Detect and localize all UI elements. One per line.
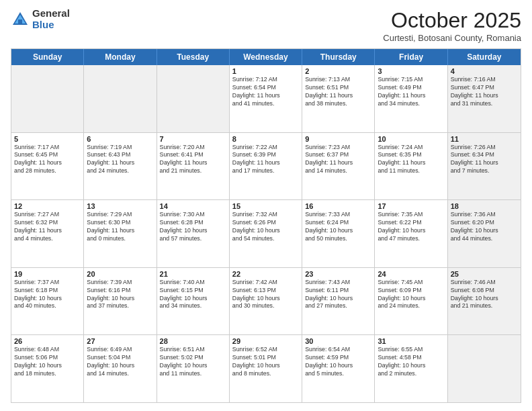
header-day-friday: Friday [375,49,447,65]
cell-info: Sunrise: 7:36 AM Sunset: 6:20 PM Dayligh… [451,211,518,243]
cell-info: Sunrise: 7:19 AM Sunset: 6:43 PM Dayligh… [87,144,153,176]
cell-info: Sunrise: 7:20 AM Sunset: 6:41 PM Dayligh… [160,144,226,176]
logo-general-text: General [32,8,70,19]
cell-info: Sunrise: 7:39 AM Sunset: 6:16 PM Dayligh… [87,279,153,311]
cell-info: Sunrise: 7:46 AM Sunset: 6:08 PM Dayligh… [451,279,518,311]
calendar-cell: 16Sunrise: 7:33 AM Sunset: 6:24 PM Dayli… [302,200,375,267]
cell-info: Sunrise: 7:13 AM Sunset: 6:51 PM Dayligh… [305,76,371,108]
header-day-tuesday: Tuesday [157,49,230,65]
calendar-cell: 31Sunrise: 6:55 AM Sunset: 4:58 PM Dayli… [375,335,447,402]
day-number: 11 [451,135,518,143]
day-number: 25 [451,270,518,278]
day-number: 1 [232,67,299,75]
calendar-cell: 6Sunrise: 7:19 AM Sunset: 6:43 PM Daylig… [84,133,157,200]
day-number: 6 [87,135,153,143]
calendar-cell: 14Sunrise: 7:30 AM Sunset: 6:28 PM Dayli… [157,200,230,267]
month-title: October 2025 [383,8,521,33]
calendar-cell: 27Sunrise: 6:49 AM Sunset: 5:04 PM Dayli… [84,335,157,402]
calendar-cell: 19Sunrise: 7:37 AM Sunset: 6:18 PM Dayli… [11,268,84,335]
calendar-cell: 9Sunrise: 7:23 AM Sunset: 6:37 PM Daylig… [302,133,375,200]
calendar-cell: 25Sunrise: 7:46 AM Sunset: 6:08 PM Dayli… [448,268,521,335]
day-number: 22 [232,270,299,278]
cell-info: Sunrise: 7:37 AM Sunset: 6:18 PM Dayligh… [14,279,81,311]
title-block: October 2025 Curtesti, Botosani County, … [383,8,521,43]
calendar-cell: 2Sunrise: 7:13 AM Sunset: 6:51 PM Daylig… [302,65,375,132]
day-number: 2 [305,67,371,75]
calendar-cell: 15Sunrise: 7:32 AM Sunset: 6:26 PM Dayli… [230,200,302,267]
day-number: 15 [232,202,299,210]
logo-blue-text: Blue [32,19,70,31]
calendar-row-1: 1Sunrise: 7:12 AM Sunset: 6:54 PM Daylig… [11,65,521,133]
day-number: 24 [378,270,444,278]
cell-info: Sunrise: 7:43 AM Sunset: 6:11 PM Dayligh… [305,279,371,311]
day-number: 21 [160,270,226,278]
calendar-cell: 22Sunrise: 7:42 AM Sunset: 6:13 PM Dayli… [230,268,302,335]
page: General Blue October 2025 Curtesti, Boto… [0,0,532,411]
cell-info: Sunrise: 7:23 AM Sunset: 6:37 PM Dayligh… [305,144,371,176]
svg-rect-2 [18,19,22,25]
day-number: 31 [378,337,444,345]
day-number: 9 [305,135,371,143]
day-number: 13 [87,202,153,210]
cell-info: Sunrise: 6:51 AM Sunset: 5:02 PM Dayligh… [160,346,226,378]
calendar-cell: 21Sunrise: 7:40 AM Sunset: 6:15 PM Dayli… [157,268,230,335]
day-number: 4 [451,67,518,75]
cell-info: Sunrise: 7:29 AM Sunset: 6:30 PM Dayligh… [87,211,153,243]
calendar-cell: 3Sunrise: 7:15 AM Sunset: 6:49 PM Daylig… [375,65,447,132]
day-number: 18 [451,202,518,210]
day-number: 14 [160,202,226,210]
cell-info: Sunrise: 7:40 AM Sunset: 6:15 PM Dayligh… [160,279,226,311]
cell-info: Sunrise: 7:22 AM Sunset: 6:39 PM Dayligh… [232,144,299,176]
day-number: 26 [14,337,81,345]
calendar-cell: 24Sunrise: 7:45 AM Sunset: 6:09 PM Dayli… [375,268,447,335]
logo-text: General Blue [32,8,70,30]
day-number: 23 [305,270,371,278]
day-number: 16 [305,202,371,210]
header-day-saturday: Saturday [448,49,521,65]
header-day-sunday: Sunday [11,49,84,65]
cell-info: Sunrise: 7:24 AM Sunset: 6:35 PM Dayligh… [378,144,444,176]
cell-info: Sunrise: 7:32 AM Sunset: 6:26 PM Dayligh… [232,211,299,243]
location: Curtesti, Botosani County, Romania [383,33,521,43]
calendar-cell: 7Sunrise: 7:20 AM Sunset: 6:41 PM Daylig… [157,133,230,200]
day-number: 28 [160,337,226,345]
day-number: 20 [87,270,153,278]
cell-info: Sunrise: 7:17 AM Sunset: 6:45 PM Dayligh… [14,144,81,176]
calendar-cell: 18Sunrise: 7:36 AM Sunset: 6:20 PM Dayli… [448,200,521,267]
cell-info: Sunrise: 7:16 AM Sunset: 6:47 PM Dayligh… [451,76,518,108]
calendar-cell: 8Sunrise: 7:22 AM Sunset: 6:39 PM Daylig… [230,133,302,200]
calendar-cell: 26Sunrise: 6:48 AM Sunset: 5:06 PM Dayli… [11,335,84,402]
cell-info: Sunrise: 6:55 AM Sunset: 4:58 PM Dayligh… [378,346,444,378]
calendar-cell: 20Sunrise: 7:39 AM Sunset: 6:16 PM Dayli… [84,268,157,335]
calendar: SundayMondayTuesdayWednesdayThursdayFrid… [11,48,521,403]
day-number: 3 [378,67,444,75]
day-number: 17 [378,202,444,210]
cell-info: Sunrise: 6:49 AM Sunset: 5:04 PM Dayligh… [87,346,153,378]
calendar-body: 1Sunrise: 7:12 AM Sunset: 6:54 PM Daylig… [11,65,521,402]
calendar-cell: 5Sunrise: 7:17 AM Sunset: 6:45 PM Daylig… [11,133,84,200]
header-day-thursday: Thursday [302,49,375,65]
calendar-row-4: 19Sunrise: 7:37 AM Sunset: 6:18 PM Dayli… [11,268,521,336]
day-number: 19 [14,270,81,278]
calendar-cell: 17Sunrise: 7:35 AM Sunset: 6:22 PM Dayli… [375,200,447,267]
logo: General Blue [11,8,70,30]
day-number: 30 [305,337,371,345]
calendar-cell: 1Sunrise: 7:12 AM Sunset: 6:54 PM Daylig… [230,65,302,132]
header-day-wednesday: Wednesday [230,49,302,65]
cell-info: Sunrise: 7:26 AM Sunset: 6:34 PM Dayligh… [451,144,518,176]
calendar-cell [448,335,521,402]
cell-info: Sunrise: 6:52 AM Sunset: 5:01 PM Dayligh… [232,346,299,378]
calendar-cell: 23Sunrise: 7:43 AM Sunset: 6:11 PM Dayli… [302,268,375,335]
day-number: 10 [378,135,444,143]
day-number: 29 [232,337,299,345]
calendar-cell: 28Sunrise: 6:51 AM Sunset: 5:02 PM Dayli… [157,335,230,402]
cell-info: Sunrise: 7:30 AM Sunset: 6:28 PM Dayligh… [160,211,226,243]
day-number: 8 [232,135,299,143]
cell-info: Sunrise: 7:45 AM Sunset: 6:09 PM Dayligh… [378,279,444,311]
calendar-row-5: 26Sunrise: 6:48 AM Sunset: 5:06 PM Dayli… [11,335,521,402]
cell-info: Sunrise: 7:33 AM Sunset: 6:24 PM Dayligh… [305,211,371,243]
calendar-cell: 4Sunrise: 7:16 AM Sunset: 6:47 PM Daylig… [448,65,521,132]
calendar-cell: 29Sunrise: 6:52 AM Sunset: 5:01 PM Dayli… [230,335,302,402]
day-number: 27 [87,337,153,345]
cell-info: Sunrise: 7:42 AM Sunset: 6:13 PM Dayligh… [232,279,299,311]
